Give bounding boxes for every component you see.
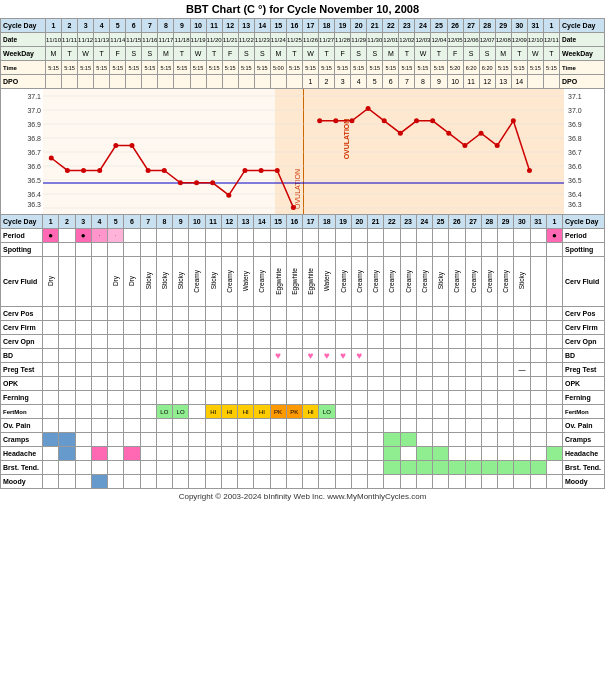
cd-9: 9 [174,19,190,33]
bd-row: BD ♥ ♥ ♥ ♥ ♥ BD [1,349,605,363]
bbt-dot-14 [259,168,264,173]
dpo-row: DPO 1234567891011121314 DPO [1,75,605,89]
date-label: Date [1,33,46,47]
cd-1: 1 [45,19,61,33]
cd-32: 1 [543,19,559,33]
cd-31: 31 [527,19,543,33]
cd-8: 8 [158,19,174,33]
bbt-dot-25 [430,118,435,123]
bbt-dot-18 [317,118,322,123]
bbt-dot-9 [178,180,183,185]
opk-label-right: OPK [563,377,605,391]
cd-3: 3 [78,19,94,33]
cycle-day-row-2: Cycle Day 123456789101112131415161718192… [1,215,605,229]
dpo-label: DPO [1,75,46,89]
svg-text:37.0: 37.0 [27,107,41,114]
svg-text:36.3: 36.3 [568,201,582,208]
bbt-dot-4 [97,168,102,173]
cd-6: 6 [126,19,142,33]
time-label-right: Time [559,61,604,75]
cycle-day-header-row: Cycle Day 1 2 3 4 5 6 7 8 9 10 11 12 13 … [1,19,605,33]
cd-23: 23 [399,19,415,33]
svg-text:37.1: 37.1 [568,93,582,100]
headache-label-right: Headache [563,447,605,461]
cd-15: 15 [270,19,286,33]
svg-text:36.3: 36.3 [27,201,41,208]
cerv-fluid-label: Cerv Fluid [1,257,43,307]
bbt-dot-21 [366,106,371,111]
svg-text:36.9: 36.9 [27,121,41,128]
cycle-day-label-2r: Cycle Day [563,215,605,229]
svg-text:36.8: 36.8 [27,135,41,142]
moody-label-right: Moody [563,475,605,489]
date-row: Date 11/10 11/11 11/12 11/13 11/14 11/15… [1,33,605,47]
opk-label: OPK [1,377,43,391]
bbt-chart-table: Cycle Day 1 2 3 4 5 6 7 8 9 10 11 12 13 … [0,18,605,89]
cd-5: 5 [110,19,126,33]
date-label-right: Date [559,33,604,47]
bbt-dot-24 [414,118,419,123]
ferning-label-right: Ferning [563,391,605,405]
cerv-pos-label-right: Cerv Pos [563,307,605,321]
cd-27: 27 [463,19,479,33]
preg-test-label-right: Preg Test [563,363,605,377]
spotting-label: Spotting [1,243,43,257]
cycle-day-label-2: Cycle Day [1,215,43,229]
fertmon-label-right: FertMon [563,405,605,419]
bbt-dot-8 [162,168,167,173]
cd-30: 30 [511,19,527,33]
bbt-dot-30 [511,118,516,123]
bbt-dot-10 [194,180,199,185]
bbt-dot-19 [333,118,338,123]
preg-test-label: Preg Test [1,363,43,377]
cycle-day-label: Cycle Day [1,19,46,33]
svg-text:36.4: 36.4 [568,191,582,198]
cd-17: 17 [302,19,318,33]
cd-21: 21 [367,19,383,33]
bbt-dot-20 [349,118,354,123]
preg-test-row: Preg Test — Preg Test [1,363,605,377]
bbt-dot-2 [65,168,70,173]
cerv-firm-label: Cerv Firm [1,321,43,335]
spotting-row: Spotting Spotting [1,243,605,257]
bbt-dot-3 [81,168,86,173]
brst-tend-label: Brst. Tend. [1,461,43,475]
weekday-label: WeekDay [1,47,46,61]
footer: Copyright © 2003-2024 bInfinity Web Inc.… [0,489,605,504]
period-label-right: Period [563,229,605,243]
cd-2: 2 [62,19,78,33]
bbt-dot-12 [226,193,231,198]
cd-25: 25 [431,19,447,33]
ov-pain-label-right: Ov. Pain [563,419,605,433]
bbt-dot-31 [527,168,532,173]
cerv-pos-row: Cerv Pos Cerv Pos [1,307,605,321]
cd-18: 18 [319,19,335,33]
fertmon-label: FertMon [1,405,43,419]
ov-pain-label: Ov. Pain [1,419,43,433]
svg-text:36.6: 36.6 [27,163,41,170]
ov-pain-row: Ov. Pain Ov. Pain [1,419,605,433]
bbt-dot-15 [275,168,280,173]
fertmon-row: FertMon LO LO HI HI HI HI PK PK HI LO Fe… [1,405,605,419]
svg-rect-0 [43,89,275,214]
cd-12: 12 [222,19,238,33]
cerv-firm-label-right: Cerv Firm [563,321,605,335]
period-label: Period [1,229,43,243]
cd-26: 26 [447,19,463,33]
moody-label: Moody [1,475,43,489]
bbt-dot-26 [446,131,451,136]
cd-14: 14 [254,19,270,33]
time-label: Time [1,61,46,75]
cd-16: 16 [286,19,302,33]
spotting-label-right: Spotting [563,243,605,257]
cerv-fluid-row: Cerv Fluid Dry Dry Dry Sticky Sticky Sti… [1,257,605,307]
cd-20: 20 [351,19,367,33]
svg-text:36.6: 36.6 [568,163,582,170]
svg-text:37.0: 37.0 [568,107,582,114]
svg-text:36.5: 36.5 [568,177,582,184]
lower-table: Cycle Day 123456789101112131415161718192… [0,214,605,489]
bbt-dot-28 [479,131,484,136]
cd-19: 19 [335,19,351,33]
svg-text:36.9: 36.9 [568,121,582,128]
bbt-dot-22 [382,118,387,123]
